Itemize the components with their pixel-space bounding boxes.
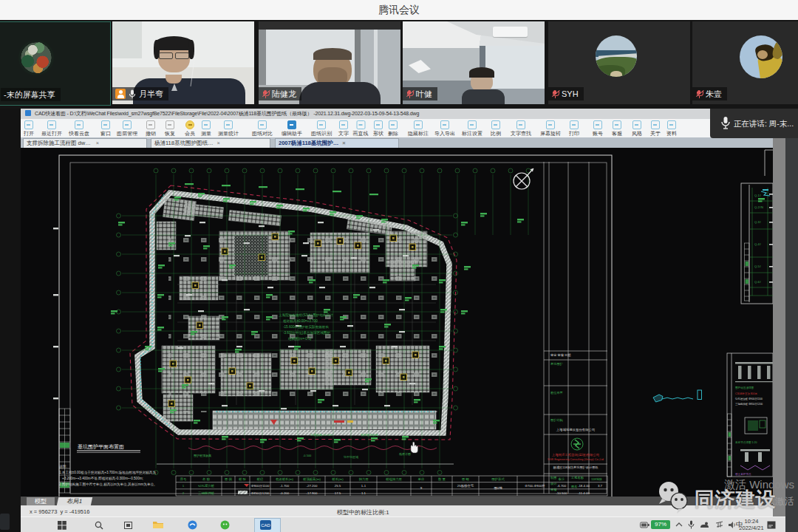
svg-text:Φ850@1200: Φ850@1200 [250,491,270,495]
svg-text:-17.900: -17.900 [307,491,318,495]
svg-text:2.围护结构施工图中尺寸单位,标高以m为单位,其余以mm为单: 2.围护结构施工图中尺寸单位,标高以m为单位,其余以mm为单位。 [59,482,157,487]
svg-text:-11.4.00: -11.4.00 [578,491,590,495]
svg-text:桩位布置: 桩位布置 [550,391,563,395]
svg-text:Q-2#N: Q-2#N [754,205,763,209]
svg-text:栈桥板顶标高: 栈桥板顶标高 [361,433,378,437]
svg-text:25栋楼住宅: 25栋楼住宅 [457,484,474,488]
svg-text:工程名称: 工程名称 [570,476,584,480]
svg-text:Φ900@1100: Φ900@1100 [251,484,270,488]
svg-text:坑中坑区域: 坑中坑区域 [343,455,358,459]
svg-text:Q-5#: Q-5# [754,265,762,268]
svg-text:桩径: 桩径 [256,477,264,481]
svg-text:-6.700: -6.700 [557,484,567,488]
svg-text:坑底标高-10.500: 坑底标高-10.500 [310,433,332,437]
svg-text:桩长(m): 桩长(m) [331,477,344,481]
svg-text:1.1: 1.1 [361,491,366,495]
svg-text:持力层: 持力层 [358,477,369,482]
svg-text:名 称: 名 称 [202,477,211,481]
svg-text:桩 型: 桩 型 [238,477,247,481]
svg-text:上海院结构施组(S3-b) 围护结构设计: 上海院结构施组(S3-b) 围护结构设计 [279,313,333,318]
svg-text:1: 1 [183,484,185,488]
svg-text:上海城地建设股份有限公司: 上海城地建设股份有限公司 [556,428,596,432]
svg-text:-27.200: -27.200 [307,484,318,488]
svg-text:钻孔灌注桩 Φ900@1100: 钻孔灌注桩 Φ900@1100 [734,397,763,400]
svg-text:-1.700: -1.700 [280,484,290,488]
svg-text:上海同济工程咨询(监理)有限公司: 上海同济工程咨询(监理)有限公司 [552,453,599,457]
svg-text:单价: 单价 [418,477,425,481]
svg-text:围护结构: 围护结构 [550,418,563,423]
svg-text:备注: 备注 [559,477,565,481]
svg-text:SGS Engineering Consulting (Gr: SGS Engineering Consulting (Group) Co.,L… [548,458,604,461]
svg-text:Q-4#: Q-4# [754,242,762,246]
svg-text:留土支护节点: 留土支护节点 [735,472,751,476]
svg-text:制图: 制图 [550,476,556,480]
svg-text:三轴搅拌桩: 三轴搅拌桩 [198,491,215,495]
svg-text:118地块: 118地块 [591,477,602,481]
svg-text:-15.600m 围护桩实际有效桩长: -15.600m 围护桩实际有效桩长 [283,324,329,330]
svg-text:支撑节点详图 1:20: 支撑节点详图 1:20 [735,440,757,444]
svg-text:Φ700-Φ900井: Φ700-Φ900井 [525,484,545,488]
svg-text:2: 2 [183,491,185,495]
svg-text:Q-1#: Q-1# [754,194,762,197]
svg-text:图 例: 图 例 [225,477,233,482]
svg-text:-18.4.00: -18.4.00 [578,484,590,488]
svg-text:审定 审核 日期: 审定 审核 日期 [550,353,570,357]
svg-text:杨浦区118街坊基坑围护设计图纸: 杨浦区118街坊基坑围护设计图纸 [553,466,598,470]
svg-text:栈桥详图: 栈桥详图 [399,452,411,456]
svg-text:桩端持力层: 桩端持力层 [385,477,403,482]
svg-text:+3.200m~+3.400m不等,即相对标高-0.300m: +3.200m~+3.400m不等,即相对标高-0.300m~-0.500m; [62,476,143,481]
svg-text:17.5: 17.5 [335,491,341,495]
svg-text:围护墙压顶详图: 围护墙压顶详图 [735,386,754,389]
svg-text:Q-6#: Q-6# [754,280,762,284]
svg-text:1-1: 1-1 [361,484,366,488]
svg-text:-10.500: -10.500 [556,491,567,495]
svg-text:基坑围护平面布置图: 基坑围护平面布置图 [78,443,124,450]
svg-text:有效桩长(m): 有效桩长(m) [276,477,294,481]
svg-text:25.5: 25.5 [335,484,341,488]
svg-text:3.7: 3.7 [598,484,603,488]
svg-text:图 幅: 图 幅 [462,477,470,481]
svg-text:基坑围护: 基坑围护 [550,362,563,366]
svg-text:围护桩顶标高: 围护桩顶标高 [194,454,211,458]
svg-text:三轴搅拌桩 Φ850@1200: 三轴搅拌桩 Φ850@1200 [735,403,763,406]
svg-text:C30素砼压顶 800宽: C30素砼压顶 800宽 [735,392,757,395]
svg-text:围0编: 围0编 [494,486,502,490]
svg-text:钻孔灌注桩: 钻孔灌注桩 [198,484,215,488]
svg-text:-0.500: -0.500 [303,454,312,457]
svg-text:1.本工程±0.00相当于绝对标高+3.700m,场地自然地: 1.本工程±0.00相当于绝对标高+3.700m,场地自然地坪绝对标高为 [59,470,156,475]
svg-text:桩顶标高(m): 桩顶标高(m) [302,477,321,482]
svg-text:-0.200: -0.200 [280,491,290,495]
svg-text:Q-3#: Q-3# [754,220,762,224]
svg-text:图名: 图名 [571,485,577,488]
svg-text:围护形式: 围护形式 [491,477,505,481]
svg-text:序号: 序号 [180,477,187,481]
svg-text:9: 9 [420,486,423,490]
svg-text:数 量: 数 量 [438,477,446,481]
svg-text:CAD: CAD [261,523,270,528]
